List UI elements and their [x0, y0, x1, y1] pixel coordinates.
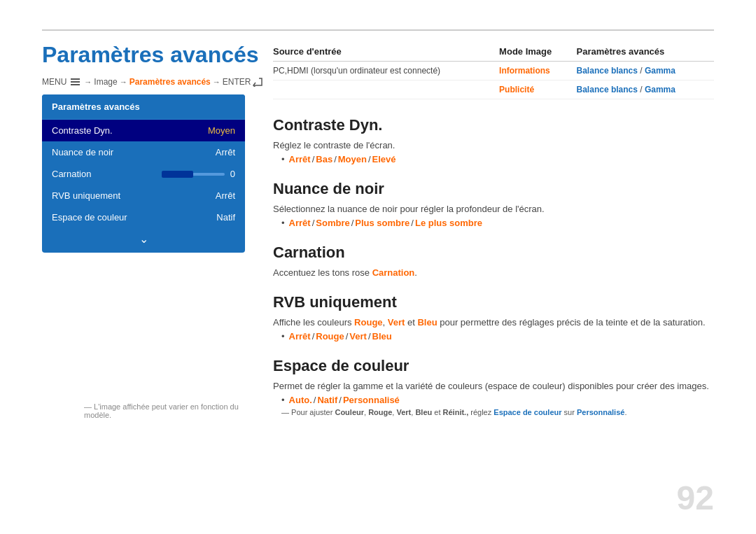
opt-arret-nuance: Arrêt [289, 218, 311, 228]
opt-arret-rvb: Arrêt [289, 331, 311, 342]
table-cell-source-2 [273, 80, 499, 99]
breadcrumb-enter: ENTER [223, 77, 264, 87]
panel-item-rvb[interactable]: RVB uniquement Arrêt [42, 185, 245, 206]
section-nuance: Nuance de noir Sélectionnez la nuance de… [273, 180, 714, 228]
col-header-mode: Mode Image [499, 42, 576, 62]
breadcrumb-arrow-3: → [213, 78, 220, 86]
section-title-rvb: RVB uniquement [273, 293, 714, 311]
section-desc-nuance: Sélectionnez la nuance de noir pour régl… [273, 204, 714, 214]
panel-value-carnation: 0 [230, 169, 235, 179]
panel-value-nuance: Arrêt [216, 147, 235, 157]
table-cell-params-1: Balance blancs / Gamma [577, 62, 714, 80]
left-panel: Paramètres avancés Contraste Dyn. Moyen … [42, 94, 245, 253]
breadcrumb-arrow-2: → [120, 78, 127, 86]
enter-icon [252, 77, 263, 87]
section-desc-carnation: Accentuez les tons rose Carnation. [273, 267, 714, 278]
panel-label-espace: Espace de couleur [52, 212, 127, 223]
opt-rouge-label: Rouge [354, 317, 382, 328]
opt-bas: Bas [316, 154, 332, 164]
section-desc-contraste: Réglez le contraste de l'écran. [273, 140, 714, 150]
panel-value-espace: Natif [216, 212, 235, 223]
carnation-slider-row: 0 [162, 169, 235, 179]
breadcrumb-item-1: Image [94, 77, 117, 87]
bullet-nuance: • [281, 218, 285, 228]
table-cell-mode-2: Publicité [499, 80, 576, 99]
section-desc-rvb: Affiche les couleurs Rouge, Vert et Bleu… [273, 317, 714, 328]
opt-bleu-label: Bleu [417, 317, 437, 328]
bullet-espace: • [281, 395, 285, 405]
table-row-1: PC,HDMI (lorsqu'un ordinateur est connec… [273, 62, 714, 80]
table-cell-mode-1: Informations [499, 62, 576, 80]
col-header-source: Source d'entrée [273, 42, 499, 62]
panel-label-contraste: Contraste Dyn. [52, 125, 113, 136]
bullet-rvb: • [281, 331, 285, 342]
opt-natif: Natif [317, 395, 337, 405]
breadcrumb: MENU → Image → Paramètres avancés → ENTE… [42, 77, 263, 87]
section-title-contraste: Contraste Dyn. [273, 116, 714, 134]
panel-label-carnation: Carnation [52, 169, 91, 179]
panel-label-nuance: Nuance de noir [52, 147, 113, 157]
page-number: 92 [677, 479, 714, 517]
panel-item-carnation[interactable]: Carnation 0 [42, 163, 245, 185]
opt-vert-label: Vert [388, 317, 405, 328]
scroll-down-chevron[interactable]: ⌄ [42, 228, 245, 246]
section-espace: Espace de couleur Permet de régler la ga… [273, 357, 714, 416]
breadcrumb-item-2: Paramètres avancés [130, 77, 211, 87]
breadcrumb-arrow-1: → [84, 78, 92, 86]
panel-label-rvb: RVB uniquement [52, 190, 120, 201]
opt-auto: Auto. [289, 395, 312, 405]
opt-personnalise: Personnalisé [343, 395, 400, 405]
section-title-nuance: Nuance de noir [273, 180, 714, 198]
opt-vert: Vert [349, 331, 367, 342]
section-options-nuance: • Arrêt / Sombre / Plus sombre / Le plus… [281, 218, 714, 228]
section-contraste: Contraste Dyn. Réglez le contraste de l'… [273, 116, 714, 164]
opt-rouge: Rouge [316, 331, 344, 342]
section-options-espace: • Auto. / Natif / Personnalisé [281, 395, 714, 405]
table-row-2: Publicité Balance blancs / Gamma [273, 80, 714, 99]
note-espace-blue: Espace de couleur [493, 408, 561, 416]
opt-moyen: Moyen [338, 154, 367, 164]
section-title-carnation: Carnation [273, 244, 714, 262]
note-personnalise-blue: Personnalisé [577, 408, 624, 416]
panel-item-nuance[interactable]: Nuance de noir Arrêt [42, 141, 245, 163]
right-content: Source d'entrée Mode Image Paramètres av… [273, 42, 714, 432]
section-rvb: RVB uniquement Affiche les couleurs Roug… [273, 293, 714, 342]
bullet-contraste: • [281, 154, 285, 164]
section-desc-espace: Permet de régler la gamme et la variété … [273, 381, 714, 391]
opt-eleve: Elevé [372, 154, 396, 164]
section-options-rvb: • Arrêt / Rouge / Vert / Bleu [281, 331, 714, 342]
section-title-espace: Espace de couleur [273, 357, 714, 375]
panel-item-contraste[interactable]: Contraste Dyn. Moyen [42, 120, 245, 141]
panel-item-espace[interactable]: Espace de couleur Natif [42, 206, 245, 228]
table-cell-params-2: Balance blancs / Gamma [577, 80, 714, 99]
panel-title: Paramètres avancés [42, 94, 245, 120]
opt-plus-sombre: Plus sombre [355, 218, 410, 228]
page-title: Paramètres avancés [42, 42, 259, 68]
opt-arret-contraste: Arrêt [289, 154, 311, 164]
panel-value-rvb: Arrêt [216, 190, 235, 201]
col-header-params: Paramètres avancés [577, 42, 714, 62]
opt-bleu: Bleu [372, 331, 392, 342]
menu-icon [71, 78, 80, 85]
opt-le-plus-sombre: Le plus sombre [415, 218, 482, 228]
top-rule [42, 29, 714, 31]
panel-box: Paramètres avancés Contraste Dyn. Moyen … [42, 94, 245, 253]
espace-note: Pour ajuster Couleur, Rouge, Vert, Bleu … [281, 408, 714, 416]
table-cell-source-1: PC,HDMI (lorsqu'un ordinateur est connec… [273, 62, 499, 80]
opt-sombre: Sombre [316, 218, 349, 228]
image-note: L'image affichée peut varier en fonction… [84, 402, 245, 419]
section-options-contraste: • Arrêt / Bas / Moyen / Elevé [281, 154, 714, 164]
carnation-slider[interactable] [162, 173, 225, 176]
menu-label: MENU [42, 77, 66, 87]
section-carnation: Carnation Accentuez les tons rose Carnat… [273, 244, 714, 278]
carnation-highlight: Carnation [372, 267, 415, 278]
panel-value-contraste: Moyen [208, 125, 235, 136]
info-table: Source d'entrée Mode Image Paramètres av… [273, 42, 714, 99]
